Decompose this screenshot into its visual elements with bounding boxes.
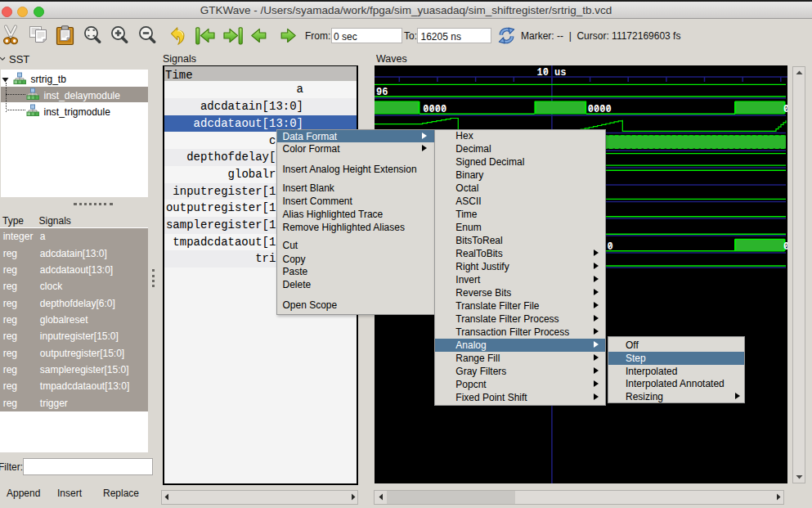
- svg-text:0: 0: [608, 241, 613, 253]
- svg-text:96: 96: [376, 87, 388, 98]
- svg-text:us: us: [554, 67, 566, 79]
